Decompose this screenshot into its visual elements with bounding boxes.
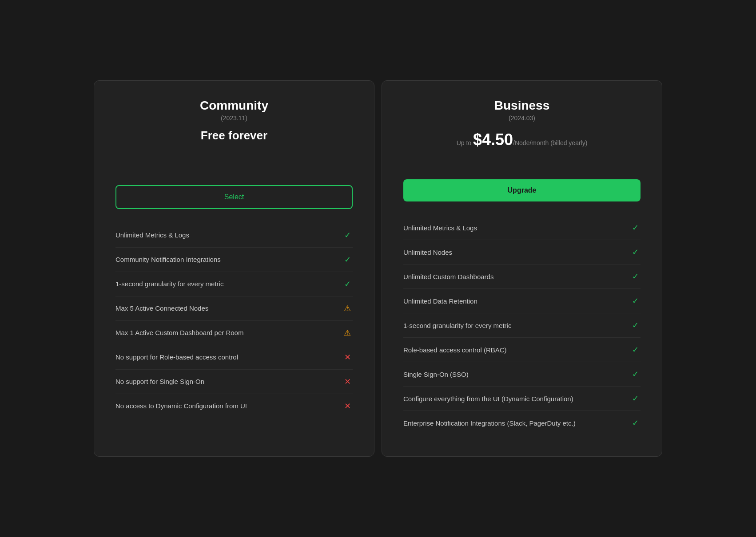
cross-icon: ✕ <box>342 401 353 411</box>
business-plan-price: Up to $4.50/Node/month (billed yearly) <box>403 129 641 151</box>
community-select-button[interactable]: Select <box>115 185 353 209</box>
check-icon: ✓ <box>342 279 353 289</box>
community-plan-name: Community <box>115 99 353 113</box>
community-features-list: Unlimited Metrics & Logs✓Community Notif… <box>115 223 353 418</box>
list-item: Unlimited Metrics & Logs✓ <box>115 223 353 248</box>
check-icon: ✓ <box>630 247 641 257</box>
list-item: 1-second granularity for every metric✓ <box>115 272 353 296</box>
warning-icon: ⚠ <box>342 304 353 313</box>
feature-text: Unlimited Custom Dashboards <box>403 272 630 281</box>
feature-text: Community Notification Integrations <box>115 255 342 264</box>
business-plan-version: (2024.03) <box>403 115 641 122</box>
warning-icon: ⚠ <box>342 328 353 338</box>
check-icon: ✓ <box>630 369 641 379</box>
business-plan-header: Business (2024.03) Up to $4.50/Node/mont… <box>403 99 641 165</box>
feature-text: Unlimited Data Retention <box>403 296 630 306</box>
list-item: Max 1 Active Custom Dashboard per Room⚠ <box>115 321 353 345</box>
feature-text: Unlimited Nodes <box>403 248 630 257</box>
feature-text: Unlimited Metrics & Logs <box>403 223 630 233</box>
plans-container: Community (2023.11) Free forever Select … <box>94 80 662 457</box>
list-item: Configure everything from the UI (Dynami… <box>403 387 641 411</box>
feature-text: Max 1 Active Custom Dashboard per Room <box>115 328 342 337</box>
list-item: Unlimited Custom Dashboards✓ <box>403 265 641 289</box>
feature-text: Role-based access control (RBAC) <box>403 345 630 355</box>
cross-icon: ✕ <box>342 377 353 387</box>
feature-text: No support for Single Sign-On <box>115 377 342 386</box>
feature-text: Single Sign-On (SSO) <box>403 370 630 379</box>
list-item: Unlimited Nodes✓ <box>403 240 641 265</box>
community-plan-header: Community (2023.11) Free forever <box>115 99 353 171</box>
feature-text: No access to Dynamic Configuration from … <box>115 401 342 411</box>
check-icon: ✓ <box>630 320 641 330</box>
business-plan-card: Business (2024.03) Up to $4.50/Node/mont… <box>382 80 662 457</box>
feature-text: Enterprise Notification Integrations (Sl… <box>403 419 630 428</box>
list-item: Unlimited Data Retention✓ <box>403 289 641 313</box>
list-item: Single Sign-On (SSO)✓ <box>403 362 641 387</box>
list-item: No support for Role-based access control… <box>115 345 353 370</box>
feature-text: 1-second granularity for every metric <box>115 279 342 288</box>
check-icon: ✓ <box>630 345 641 355</box>
feature-text: Max 5 Active Connected Nodes <box>115 304 342 313</box>
list-item: Enterprise Notification Integrations (Sl… <box>403 411 641 435</box>
check-icon: ✓ <box>342 230 353 240</box>
business-price-amount: $4.50 <box>473 130 513 149</box>
check-icon: ✓ <box>630 394 641 403</box>
feature-text: Unlimited Metrics & Logs <box>115 230 342 240</box>
business-plan-name: Business <box>403 99 641 113</box>
community-plan-price: Free forever <box>115 129 353 142</box>
list-item: No support for Single Sign-On✕ <box>115 370 353 394</box>
business-price-suffix: /Node/month (billed yearly) <box>513 139 587 146</box>
list-item: No access to Dynamic Configuration from … <box>115 394 353 418</box>
community-plan-version: (2023.11) <box>115 115 353 122</box>
business-upgrade-button[interactable]: Upgrade <box>403 179 641 201</box>
feature-text: No support for Role-based access control <box>115 352 342 362</box>
list-item: Community Notification Integrations✓ <box>115 248 353 272</box>
community-plan-card: Community (2023.11) Free forever Select … <box>94 80 374 457</box>
business-features-list: Unlimited Metrics & Logs✓Unlimited Nodes… <box>403 216 641 435</box>
check-icon: ✓ <box>630 296 641 306</box>
list-item: Role-based access control (RBAC)✓ <box>403 338 641 362</box>
check-icon: ✓ <box>630 223 641 233</box>
cross-icon: ✕ <box>342 352 353 362</box>
list-item: 1-second granularity for every metric✓ <box>403 313 641 338</box>
check-icon: ✓ <box>342 255 353 265</box>
check-icon: ✓ <box>630 272 641 281</box>
feature-text: 1-second granularity for every metric <box>403 321 630 330</box>
list-item: Max 5 Active Connected Nodes⚠ <box>115 296 353 321</box>
list-item: Unlimited Metrics & Logs✓ <box>403 216 641 240</box>
business-price-prefix: Up to <box>457 139 471 146</box>
feature-text: Configure everything from the UI (Dynami… <box>403 394 630 403</box>
check-icon: ✓ <box>630 418 641 428</box>
